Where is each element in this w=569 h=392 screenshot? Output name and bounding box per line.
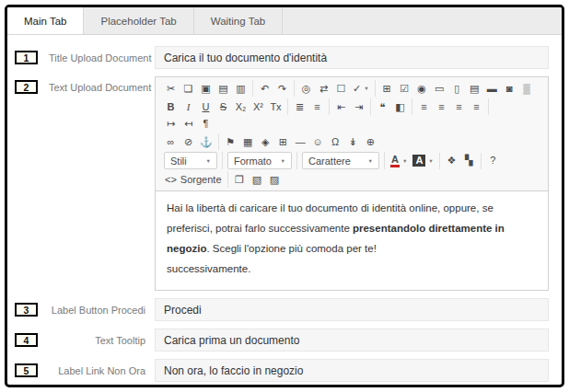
find-icon[interactable]: ◎ — [298, 80, 314, 97]
align-justify-icon[interactable]: ≡ — [469, 98, 484, 115]
row-label-button: 3 Label Button Procedi Procedi — [15, 298, 549, 321]
bold-icon[interactable]: B — [163, 98, 179, 115]
editor-body[interactable]: Hai la libertà di caricare il tuo docume… — [156, 191, 548, 290]
panel-frame: Main Tab Placeholder Tab Waiting Tab 1 T… — [5, 5, 564, 387]
maximize-icon[interactable]: ❖ — [444, 153, 459, 169]
font-dropdown[interactable]: Carattere▼ — [302, 152, 379, 169]
background-color-icon[interactable]: A▼ — [411, 153, 435, 169]
hidden-field-icon[interactable]: ▒ — [519, 80, 535, 97]
editor-paragraph: Hai la libertà di caricare il tuo docume… — [167, 199, 537, 259]
tooltip-label: Text Tooltip — [95, 335, 145, 346]
link-icon[interactable]: ∞ — [163, 133, 179, 150]
button-icon[interactable]: ▬ — [484, 80, 500, 97]
superscript-icon[interactable]: X² — [250, 98, 266, 115]
paste-word-icon[interactable]: ▥ — [233, 80, 249, 97]
link-non-ora-input[interactable]: Non ora, lo faccio in negozio — [155, 359, 549, 382]
tab-placeholder[interactable]: Placeholder Tab — [84, 7, 193, 34]
div-container-icon[interactable]: ◧ — [392, 98, 408, 115]
spellcheck-icon[interactable]: ✓▼ — [351, 80, 371, 97]
annotation-badge-2: 2 — [15, 80, 38, 94]
text-upload-label: Text Upload Document — [49, 82, 151, 93]
textarea-icon[interactable]: ▯ — [449, 80, 465, 97]
special-char-icon[interactable]: Ω — [328, 133, 343, 150]
tab-bar: Main Tab Placeholder Tab Waiting Tab — [7, 7, 562, 35]
select-all-icon[interactable]: ☐ — [333, 80, 349, 97]
bulleted-list-icon[interactable]: ≡ — [309, 98, 325, 115]
image-icon[interactable]: ▦ — [240, 133, 256, 150]
preview-icon[interactable]: ▧ — [250, 171, 265, 188]
redo-icon[interactable]: ↷ — [274, 80, 290, 97]
flag-icon[interactable]: ⚑ — [223, 133, 238, 150]
align-center-icon[interactable]: ≡ — [434, 98, 449, 115]
align-right-icon[interactable]: ≡ — [451, 98, 467, 115]
paragraph-icon[interactable]: ¶ — [198, 115, 214, 132]
smiley-icon[interactable]: ☺ — [310, 133, 326, 150]
cut-icon[interactable]: ✂ — [163, 80, 179, 97]
editor-toolbar: ✂❏▣▤▥↶↷◎⇄☐✓▼⊞☑◉▭▯▤▬◙▒BIUSX₂X²Tx≣≡⇤⇥❝◧≡≡≡… — [156, 77, 548, 191]
subscript-icon[interactable]: X₂ — [233, 98, 249, 115]
annotation-badge-1: 1 — [15, 51, 38, 64]
text-color-icon[interactable]: A▼ — [389, 153, 409, 169]
tooltip-input[interactable]: Carica prima un documento — [155, 329, 549, 352]
outdent-icon[interactable]: ⇤ — [333, 98, 349, 115]
text-direction-rtl-icon[interactable]: ↤ — [180, 115, 196, 132]
strikethrough-icon[interactable]: S — [215, 98, 231, 115]
source-button[interactable]: <>Sorgente — [163, 171, 224, 188]
replace-icon[interactable]: ⇄ — [316, 80, 331, 97]
link-non-ora-label: Label Link Non Ora — [58, 365, 145, 376]
styles-dropdown[interactable]: Stili▼ — [164, 152, 217, 169]
text-direction-ltr-icon[interactable]: ↦ — [163, 115, 179, 132]
unlink-icon[interactable]: ⊘ — [180, 133, 196, 150]
tab-main[interactable]: Main Tab — [7, 7, 84, 34]
rich-text-editor: ✂❏▣▤▥↶↷◎⇄☐✓▼⊞☑◉▭▯▤▬◙▒BIUSX₂X²Tx≣≡⇤⇥❝◧≡≡≡… — [155, 76, 549, 291]
select-field-icon[interactable]: ▤ — [467, 80, 482, 97]
underline-icon[interactable]: U — [198, 98, 214, 115]
remove-format-icon[interactable]: Tx — [268, 98, 284, 115]
checkbox-icon[interactable]: ☑ — [397, 80, 412, 97]
undo-icon[interactable]: ↶ — [257, 80, 273, 97]
page-break-icon[interactable]: ↡ — [345, 133, 361, 150]
format-dropdown[interactable]: Formato▼ — [227, 152, 292, 169]
italic-icon[interactable]: I — [180, 98, 196, 115]
paste-icon[interactable]: ▣ — [198, 80, 214, 97]
align-left-icon[interactable]: ≡ — [416, 98, 432, 115]
paste-text-icon[interactable]: ▤ — [215, 80, 231, 97]
indent-icon[interactable]: ⇥ — [351, 98, 366, 115]
iframe-icon[interactable]: ⊕ — [363, 133, 378, 150]
annotation-badge-5: 5 — [15, 363, 38, 377]
numbered-list-icon[interactable]: ≣ — [292, 98, 308, 115]
anchor-icon[interactable]: ⚓ — [198, 133, 215, 150]
blockquote-icon[interactable]: ❝ — [375, 98, 390, 115]
label-button-label: Label Button Procedi — [52, 305, 145, 316]
text-field-icon[interactable]: ▭ — [432, 80, 447, 97]
new-page-icon[interactable]: ❐ — [232, 171, 248, 188]
print-icon[interactable]: ▨ — [267, 171, 283, 188]
flash-icon[interactable]: ◈ — [258, 133, 273, 150]
row-text-upload: 2 Text Upload Document ✂❏▣▤▥↶↷◎⇄☐✓▼⊞☑◉▭▯… — [15, 76, 549, 291]
show-blocks-icon[interactable]: ▚ — [461, 153, 477, 169]
title-upload-input[interactable]: Carica il tuo documento d'identità — [155, 46, 549, 69]
title-upload-label: Title Upload Document — [49, 52, 151, 63]
form-content: 1 Title Upload Document Carica il tuo do… — [7, 35, 562, 385]
form-icon[interactable]: ⊞ — [379, 80, 395, 97]
tab-waiting[interactable]: Waiting Tab — [194, 7, 283, 34]
annotation-badge-3: 3 — [15, 303, 38, 317]
help-icon[interactable]: ? — [485, 153, 501, 169]
horizontal-rule-icon[interactable]: ― — [293, 133, 308, 150]
label-button-input[interactable]: Procedi — [155, 298, 549, 321]
radio-icon[interactable]: ◉ — [414, 80, 430, 97]
row-title-upload: 1 Title Upload Document Carica il tuo do… — [15, 46, 549, 69]
editor-paragraph-2: successivamente. — [167, 259, 537, 280]
row-tooltip: 4 Text Tooltip Carica prima un documento — [15, 329, 549, 352]
annotation-badge-4: 4 — [15, 333, 38, 347]
table-icon[interactable]: ⊞ — [275, 133, 291, 150]
image-button-icon[interactable]: ◙ — [502, 80, 517, 97]
row-link-non-ora: 5 Label Link Non Ora Non ora, lo faccio … — [15, 359, 549, 382]
copy-icon[interactable]: ❏ — [180, 80, 196, 97]
